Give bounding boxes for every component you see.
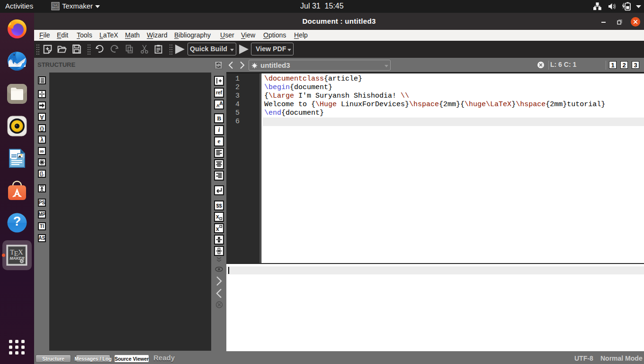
svg-text:x: x [216,213,219,220]
svg-text:x: x [216,226,219,232]
svg-text:TeX: TeX [53,4,57,7]
svg-text:?: ? [13,214,21,228]
svg-text:X: X [18,248,23,256]
svg-text:A: A [219,101,223,106]
svg-text:MAKER: MAKER [53,7,59,9]
